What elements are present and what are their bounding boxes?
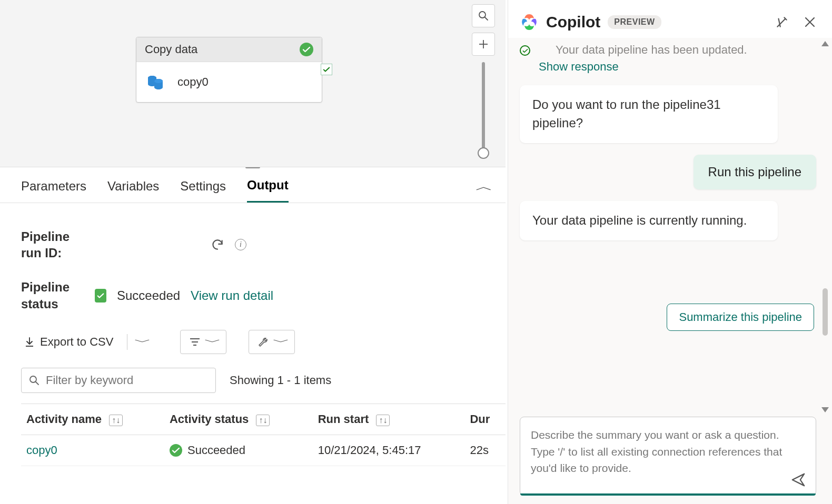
row-duration: 22s bbox=[470, 443, 488, 457]
status-label: Pipeline status bbox=[21, 279, 84, 311]
output-toolbar: Export to CSV ﹀ ﹀ ﹀ bbox=[21, 330, 484, 354]
svg-point-3 bbox=[154, 79, 163, 83]
export-csv-button[interactable]: Export to CSV bbox=[21, 332, 116, 352]
copilot-conversation: Your data pipeline has been updated. Sho… bbox=[508, 38, 832, 417]
refresh-icon[interactable] bbox=[211, 238, 224, 251]
copilot-message: Do you want to run the pipeline31 pipeli… bbox=[520, 85, 778, 143]
tabs: Parameters Variables Settings Output ︿ bbox=[0, 167, 506, 203]
activity-card-body: copy0 bbox=[136, 62, 322, 102]
scroll-thumb[interactable] bbox=[823, 288, 828, 336]
filter-input[interactable] bbox=[46, 374, 208, 387]
tab-variables[interactable]: Variables bbox=[107, 179, 159, 202]
export-dropdown-icon[interactable]: ﹀ bbox=[134, 336, 151, 348]
svg-point-12 bbox=[30, 376, 36, 382]
row-status: Succeeded bbox=[187, 443, 245, 457]
sort-icon[interactable]: ↑↓ bbox=[376, 415, 390, 426]
col-duration[interactable]: Dur bbox=[464, 404, 506, 435]
tab-settings[interactable]: Settings bbox=[180, 179, 226, 202]
activity-name: copy0 bbox=[177, 75, 209, 89]
status-success-icon bbox=[95, 289, 106, 303]
pipeline-canvas[interactable]: Copy data copy0 bbox=[0, 0, 506, 167]
clear-chat-icon[interactable] bbox=[775, 15, 789, 29]
copilot-logo-icon bbox=[520, 13, 539, 32]
output-panel: Pipeline run ID: i Pipeline status Succe… bbox=[0, 203, 506, 466]
canvas-tools bbox=[472, 4, 495, 157]
svg-line-13 bbox=[36, 382, 38, 385]
activity-title: Copy data bbox=[145, 43, 197, 56]
export-csv-label: Export to CSV bbox=[40, 335, 113, 349]
search-button[interactable] bbox=[472, 4, 495, 27]
database-icon bbox=[145, 72, 166, 93]
search-icon bbox=[29, 375, 39, 386]
output-table: Activity name ↑↓ Activity status ↑↓ Run … bbox=[21, 404, 506, 466]
row-run-start: 10/21/2024, 5:45:17 bbox=[318, 443, 421, 457]
sort-icon[interactable]: ↑↓ bbox=[256, 415, 270, 426]
table-row[interactable]: copy0 Succeeded 10/21/2024, 5:45:17 22s bbox=[21, 435, 506, 466]
success-icon bbox=[300, 43, 313, 56]
svg-point-4 bbox=[479, 12, 486, 18]
collapse-panel-icon[interactable]: ︿ bbox=[476, 179, 493, 195]
chevron-down-icon: ﹀ bbox=[273, 336, 290, 348]
add-button[interactable] bbox=[472, 33, 495, 56]
info-icon[interactable]: i bbox=[235, 239, 246, 250]
filter-input-wrapper[interactable] bbox=[21, 368, 216, 393]
tab-output[interactable]: Output bbox=[247, 178, 289, 203]
scroll-down-icon[interactable] bbox=[821, 407, 829, 412]
success-icon bbox=[170, 444, 182, 457]
copilot-message: Your data pipeline is currently running. bbox=[520, 201, 778, 240]
show-response-link[interactable]: Show response bbox=[539, 60, 619, 74]
status-done-icon bbox=[520, 45, 530, 56]
zoom-slider[interactable] bbox=[482, 62, 485, 157]
composer[interactable]: Describe the summary you want or ask a q… bbox=[520, 417, 816, 496]
main-area: Copy data copy0 bbox=[0, 0, 506, 504]
col-activity-name[interactable]: Activity name ↑↓ bbox=[21, 404, 164, 435]
settings-wrench-button[interactable]: ﹀ bbox=[249, 330, 295, 354]
close-icon[interactable] bbox=[804, 16, 816, 28]
tab-parameters[interactable]: Parameters bbox=[21, 179, 86, 202]
preview-badge: PREVIEW bbox=[608, 15, 661, 29]
bottom-panel: Parameters Variables Settings Output ︿ P… bbox=[0, 167, 506, 504]
composer-placeholder: Describe the summary you want or ask a q… bbox=[531, 427, 805, 477]
activity-card-header: Copy data bbox=[136, 37, 322, 62]
col-activity-status[interactable]: Activity status ↑↓ bbox=[164, 404, 313, 435]
status-value: Succeeded bbox=[117, 288, 180, 303]
clipped-status-message: Your data pipeline has been updated. bbox=[556, 43, 747, 57]
scrollbar[interactable] bbox=[820, 38, 830, 417]
user-message: Run this pipeline bbox=[694, 155, 816, 190]
scroll-up-icon[interactable] bbox=[821, 41, 829, 46]
row-activity-name[interactable]: copy0 bbox=[26, 443, 57, 457]
activity-card-copy-data[interactable]: Copy data copy0 bbox=[136, 37, 322, 103]
copilot-panel: Copilot PREVIEW Your data pipeline has b… bbox=[508, 0, 832, 504]
composer-focus-bar bbox=[520, 493, 816, 496]
zoom-handle[interactable] bbox=[478, 147, 489, 159]
filter-columns-button[interactable]: ﹀ bbox=[180, 330, 226, 354]
svg-point-1 bbox=[148, 76, 156, 80]
success-connector-icon[interactable] bbox=[321, 64, 332, 75]
view-run-detail-link[interactable]: View run detail bbox=[191, 288, 273, 303]
copilot-title: Copilot bbox=[546, 13, 600, 31]
showing-count: Showing 1 - 1 items bbox=[230, 374, 331, 387]
run-id-label: Pipeline run ID: bbox=[21, 228, 84, 261]
suggestion-summarize[interactable]: Summarize this pipeline bbox=[667, 304, 814, 331]
sort-icon[interactable]: ↑↓ bbox=[109, 415, 123, 426]
chevron-down-icon: ﹀ bbox=[204, 336, 221, 348]
send-icon[interactable] bbox=[790, 472, 806, 488]
svg-line-5 bbox=[485, 17, 488, 20]
col-run-start[interactable]: Run start ↑↓ bbox=[313, 404, 465, 435]
divider bbox=[127, 334, 127, 350]
copilot-header: Copilot PREVIEW bbox=[508, 0, 832, 38]
